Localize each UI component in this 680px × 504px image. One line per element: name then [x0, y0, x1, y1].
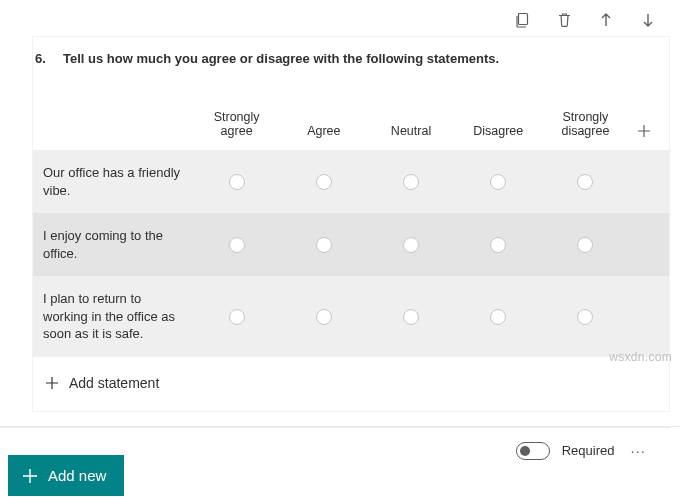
radio-cell: [280, 309, 367, 325]
radio-cell: [455, 309, 542, 325]
matrix-row: Our office has a friendly vibe.: [33, 150, 669, 213]
scale-header[interactable]: Strongly disagree: [542, 110, 629, 138]
required-label: Required: [562, 443, 615, 458]
plus-icon: [22, 468, 38, 484]
radio-button[interactable]: [577, 309, 593, 325]
radio-cell: [367, 237, 454, 253]
question-text[interactable]: Tell us how much you agree or disagree w…: [63, 51, 499, 66]
more-options-icon[interactable]: ···: [626, 442, 650, 459]
matrix-row: I enjoy coming to the office.: [33, 213, 669, 276]
scale-header[interactable]: Agree: [280, 124, 367, 138]
question-number: 6.: [35, 51, 51, 66]
radio-cell: [367, 309, 454, 325]
radio-button[interactable]: [577, 237, 593, 253]
svg-rect-0: [519, 14, 528, 25]
radio-cell: [280, 237, 367, 253]
add-new-button[interactable]: Add new: [8, 455, 124, 496]
required-toggle[interactable]: [516, 442, 550, 460]
radio-cell: [193, 237, 280, 253]
move-up-icon[interactable]: [598, 12, 614, 28]
radio-button[interactable]: [403, 237, 419, 253]
add-new-label: Add new: [48, 467, 106, 484]
radio-cell: [542, 309, 629, 325]
radio-button[interactable]: [490, 174, 506, 190]
matrix-header-row: Strongly agree Agree Neutral Disagree St…: [33, 110, 669, 150]
statement-text[interactable]: I enjoy coming to the office.: [43, 227, 193, 262]
add-column-button[interactable]: [629, 124, 659, 138]
radio-cell: [542, 237, 629, 253]
radio-cell: [280, 174, 367, 190]
radio-button[interactable]: [490, 237, 506, 253]
radio-button[interactable]: [403, 309, 419, 325]
radio-cell: [542, 174, 629, 190]
statement-text[interactable]: I plan to return to working in the offic…: [43, 290, 193, 343]
radio-cell: [455, 237, 542, 253]
copy-icon[interactable]: [514, 12, 530, 28]
watermark-text: wsxdn.com: [609, 350, 672, 364]
delete-icon[interactable]: [556, 12, 572, 28]
radio-cell: [193, 174, 280, 190]
likert-matrix: Strongly agree Agree Neutral Disagree St…: [33, 110, 669, 357]
scale-header[interactable]: Strongly agree: [193, 110, 280, 138]
question-header: 6. Tell us how much you agree or disagre…: [33, 37, 669, 80]
radio-button[interactable]: [229, 237, 245, 253]
radio-button[interactable]: [490, 309, 506, 325]
question-toolbar: [0, 0, 680, 36]
move-down-icon[interactable]: [640, 12, 656, 28]
statement-text[interactable]: Our office has a friendly vibe.: [43, 164, 193, 199]
question-card: 6. Tell us how much you agree or disagre…: [32, 36, 670, 412]
radio-button[interactable]: [316, 237, 332, 253]
matrix-row: I plan to return to working in the offic…: [33, 276, 669, 357]
scale-header[interactable]: Neutral: [367, 124, 454, 138]
radio-cell: [455, 174, 542, 190]
add-statement-label: Add statement: [69, 375, 159, 391]
radio-cell: [367, 174, 454, 190]
radio-button[interactable]: [316, 174, 332, 190]
radio-button[interactable]: [403, 174, 419, 190]
add-statement-button[interactable]: Add statement: [33, 357, 669, 411]
plus-icon: [45, 376, 59, 390]
radio-button[interactable]: [229, 309, 245, 325]
radio-button[interactable]: [229, 174, 245, 190]
radio-cell: [193, 309, 280, 325]
radio-button[interactable]: [577, 174, 593, 190]
radio-button[interactable]: [316, 309, 332, 325]
scale-header[interactable]: Disagree: [455, 124, 542, 138]
